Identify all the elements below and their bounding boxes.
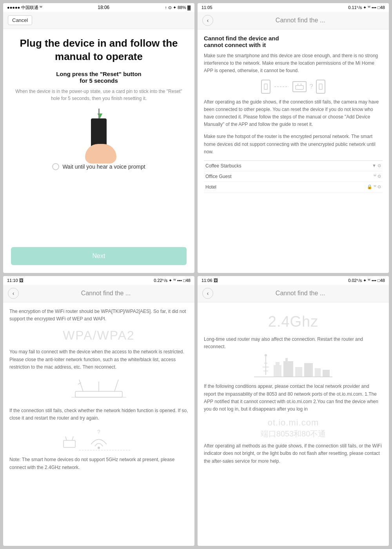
question-icon: ? (310, 83, 313, 90)
status-bar-2: 11:05 0.11ᵏ/s ✦ ᵂ ▪▪▪ □48 (198, 3, 389, 12)
status-right-1: ↑ ⊙ ✦ 88% ▓ (165, 5, 191, 10)
help-section-title-2: Cannot find the device andcannot connect… (204, 35, 383, 48)
help-para-2-2: Make sure the hotspot of the router is t… (204, 133, 383, 156)
nav-bar-4: ‹ Cannot find the ... (198, 285, 389, 302)
phone-icon (261, 80, 270, 94)
svg-point-22 (265, 354, 267, 356)
wifi-name-0: Coffee Starbucks (205, 163, 241, 169)
wifi-icons-2: 🔒 ᵂ ⊙ (367, 184, 381, 189)
phone-icon-2 (316, 80, 325, 94)
next-button[interactable]: Next (11, 247, 187, 265)
status-bar-3: 11:10 🖼 0.22ᵏ/s ✦ ᵂ ▪▪▪ □48 (3, 276, 194, 285)
status-left-4: 11:06 🖼 (201, 278, 218, 283)
screen-2: 11:05 0.11ᵏ/s ✦ ᵂ ▪▪▪ □48 ‹ Cannot find … (198, 3, 389, 273)
svg-rect-26 (285, 358, 288, 362)
status-left-1: ●●●●● 中国联通 ᵂ (7, 5, 42, 11)
svg-line-7 (79, 380, 83, 391)
back-button-3[interactable]: ‹ (8, 288, 19, 299)
server-text: ot.io.mi.com (204, 418, 383, 428)
router-icon (292, 81, 307, 92)
wifi-name-2: Hotel (205, 184, 216, 190)
help-para-4-1: If the following conditions appear, plea… (204, 383, 383, 413)
svg-rect-24 (276, 362, 279, 366)
svg-rect-6 (75, 391, 122, 397)
connection-line-icon (274, 83, 289, 91)
wait-label: Wait until you hear a voice prompt (62, 164, 145, 170)
status-left-2: 11:05 (201, 5, 212, 10)
device-connection-illustration: ? (204, 80, 383, 94)
router-diagram (9, 376, 188, 403)
svg-line-14 (72, 436, 73, 440)
svg-line-8 (114, 380, 118, 391)
help-para-4-2: After operating all methods as the guide… (204, 442, 383, 465)
svg-point-15 (98, 447, 100, 449)
wifi-icons-1: ᵂ ⊙ (374, 174, 381, 179)
help-content-4: 2.4Ghz Long-time used router may also af… (198, 302, 389, 546)
wifi-item-1: Office Guest ᵂ ⊙ (204, 171, 383, 182)
cancel-button[interactable]: Cancel (8, 15, 32, 25)
svg-line-13 (65, 436, 67, 440)
status-right-3: 0.22ᵏ/s ✦ ᵂ ▪▪▪ □48 (154, 278, 191, 283)
help-para-3-0: The encryption of the WiFi router should… (9, 308, 188, 323)
nav-title-2: Cannot find the ... (216, 17, 384, 24)
screen-3: 11:10 🖼 0.22ᵏ/s ✦ ᵂ ▪▪▪ □48 ‹ Cannot fin… (3, 276, 194, 546)
screen1-main-title: Plug the device in and follow the manual… (11, 37, 187, 64)
wait-row: Wait until you hear a voice prompt (52, 163, 145, 170)
status-right-2: 0.11ᵏ/s ✦ ᵂ ▪▪▪ □48 (348, 5, 385, 10)
hidden-network-svg: ? (60, 427, 138, 452)
wifi-item-0: Coffee Starbucks ▼ ⊙ (204, 161, 383, 171)
svg-rect-28 (304, 363, 313, 377)
svg-rect-27 (295, 367, 302, 377)
svg-rect-29 (315, 368, 321, 377)
device-illustration: ▼ (67, 107, 130, 158)
wifi-name-1: Office Guest (205, 174, 231, 179)
screen1-subtitle: Long press the "Reset" buttonfor 5 secon… (56, 71, 142, 84)
wifi-icons-0: ▼ ⊙ (372, 163, 381, 168)
svg-rect-0 (264, 84, 267, 89)
status-center-1: 18:06 (98, 5, 109, 10)
radio-button[interactable] (52, 163, 59, 170)
wpa-text: WPA/WPA2 (9, 328, 188, 343)
city-illustration (204, 355, 383, 379)
help-para-4-0: Long-time used router may also affect th… (204, 336, 383, 351)
help-para-3-1: You may fail to connect with the device … (9, 348, 188, 371)
svg-rect-30 (323, 370, 330, 377)
screen-1: ●●●●● 中国联通 ᵂ 18:06 ↑ ⊙ ✦ 88% ▓ Cancel Pl… (3, 3, 194, 273)
wifi-item-2: Hotel 🔒 ᵂ ⊙ (204, 182, 383, 193)
city-svg (254, 353, 332, 379)
router-diagram-svg (60, 376, 138, 403)
help-content-2: Cannot find the device andcannot connect… (198, 29, 389, 273)
svg-rect-12 (64, 440, 75, 447)
screen-4: 11:06 🖼 0.02ᵏ/s ✦ ᵂ ▪▪▪ □48 ‹ Cannot fin… (198, 276, 389, 546)
help-para-3-3: Note: The smart home devices do not supp… (9, 456, 188, 471)
wifi-list: Coffee Starbucks ▼ ⊙ Office Guest ᵂ ⊙ Ho… (204, 160, 383, 193)
hidden-network-illustration: ? (9, 427, 188, 452)
nav-title-4: Cannot find the ... (216, 290, 384, 297)
svg-rect-2 (296, 85, 303, 89)
status-bar-4: 11:06 🖼 0.02ᵏ/s ✦ ᵂ ▪▪▪ □48 (198, 276, 389, 285)
nav-bar-2: ‹ Cannot find the ... (198, 12, 389, 29)
status-left-3: 11:10 🖼 (7, 278, 24, 283)
nav-bar-3: ‹ Cannot find the ... (3, 285, 194, 302)
ghz-text: 2.4Ghz (204, 313, 383, 330)
back-button-4[interactable]: ‹ (202, 288, 213, 299)
hand-shape (85, 144, 116, 164)
nav-title-3: Cannot find the ... (22, 290, 190, 297)
svg-rect-23 (274, 365, 281, 377)
screen1-content: Plug the device in and follow the manual… (3, 29, 194, 273)
status-right-4: 0.02ᵏ/s ✦ ᵂ ▪▪▪ □48 (348, 278, 385, 283)
help-para-3-2: If the connection still fails, check whe… (9, 407, 188, 422)
port-text: 端口8053和80不通 (204, 429, 383, 439)
svg-rect-25 (283, 361, 293, 377)
svg-text:?: ? (97, 429, 100, 435)
nav-bar-1: Cancel (3, 12, 194, 29)
help-content-3: The encryption of the WiFi router should… (3, 302, 194, 546)
svg-rect-5 (319, 84, 322, 89)
help-para-2-1: After operating as the guide shows, if t… (204, 98, 383, 129)
screen1-desc: When the device is in the power-up state… (11, 88, 187, 102)
status-bar-1: ●●●●● 中国联通 ᵂ 18:06 ↑ ⊙ ✦ 88% ▓ (3, 3, 194, 12)
back-button-2[interactable]: ‹ (202, 15, 213, 26)
help-para-2-0: Make sure the smartphone and this device… (204, 52, 383, 75)
